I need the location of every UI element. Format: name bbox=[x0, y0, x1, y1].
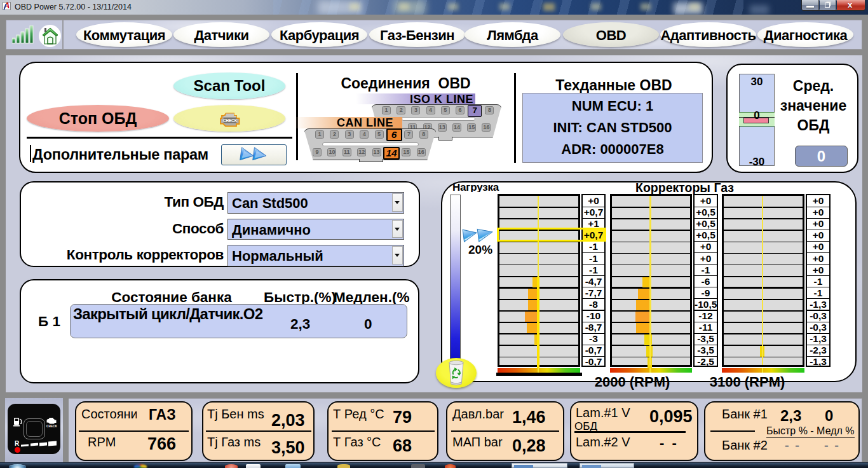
svg-text:CHECK: CHECK bbox=[223, 118, 238, 123]
